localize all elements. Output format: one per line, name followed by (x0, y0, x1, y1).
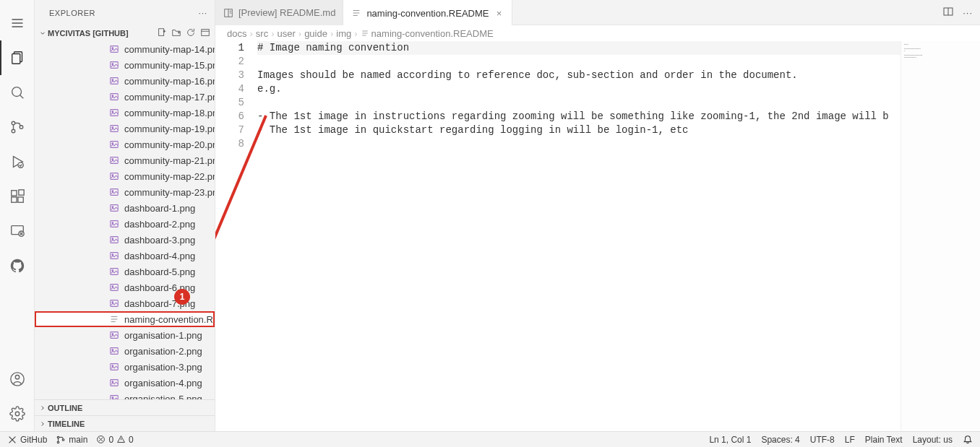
image-icon (108, 91, 120, 103)
file-name: organisation-5.png (124, 394, 202, 400)
run-debug-icon[interactable] (0, 144, 35, 179)
line-number: 6 (215, 110, 244, 123)
new-file-icon[interactable] (155, 27, 168, 39)
code-content[interactable]: # Image naming convention Images should … (257, 41, 901, 431)
status-layout[interactable]: Layout: us (913, 435, 953, 445)
status-branch[interactable]: main (56, 435, 87, 445)
image-icon (108, 298, 120, 309)
tab-preview-readme[interactable]: [Preview] README.md (215, 0, 343, 25)
breadcrumb-item[interactable]: guide (304, 28, 327, 39)
remote-icon[interactable] (0, 214, 35, 248)
file-item[interactable]: organisation-1.png (35, 327, 215, 343)
svg-point-93 (58, 436, 60, 438)
status-eol[interactable]: LF (845, 435, 855, 445)
svg-point-68 (112, 334, 113, 335)
close-icon[interactable]: × (493, 8, 504, 19)
svg-point-9 (20, 126, 23, 129)
file-item[interactable]: dashboard-2.png (35, 216, 215, 232)
svg-point-55 (112, 238, 113, 240)
extensions-icon[interactable] (0, 179, 35, 214)
file-name: organisation-2.png (124, 346, 202, 357)
search-icon[interactable] (0, 75, 35, 110)
file-item[interactable]: organisation-5.png (35, 391, 215, 399)
file-item[interactable]: dashboard-4.png (35, 248, 215, 264)
status-language[interactable]: Plain Text (865, 435, 903, 445)
code-line: # Image naming convention (257, 41, 901, 55)
settings-icon[interactable] (0, 396, 35, 431)
file-item[interactable]: dashboard-3.png (35, 232, 215, 248)
breadcrumb-item[interactable]: img (336, 28, 351, 39)
status-cursor[interactable]: Ln 1, Col 1 (709, 435, 751, 445)
svg-point-33 (112, 64, 113, 65)
outline-label: OUTLINE (48, 404, 82, 412)
explorer-icon[interactable] (0, 40, 35, 75)
file-item[interactable]: dashboard-6.png (35, 279, 215, 295)
image-icon (108, 186, 120, 198)
menu-icon[interactable] (0, 6, 35, 40)
breadcrumb-item[interactable]: user (278, 28, 296, 39)
outline-panel[interactable]: OUTLINE (35, 399, 215, 415)
source-control-icon[interactable] (0, 110, 35, 144)
more-actions-icon[interactable]: ··· (963, 7, 973, 18)
file-item[interactable]: organisation-4.png (35, 375, 215, 391)
breadcrumbs[interactable]: docs›src›user›guide›img›naming-conventio… (215, 25, 980, 41)
file-item[interactable]: organisation-3.png (35, 359, 215, 375)
file-item[interactable]: community-map-16.png (35, 73, 215, 89)
file-item[interactable]: community-map-19.png (35, 121, 215, 136)
project-header[interactable]: MYCIVITAS [GITHUB] (35, 25, 215, 41)
file-item[interactable]: dashboard-7.png (35, 295, 215, 311)
new-folder-icon[interactable] (170, 27, 183, 39)
timeline-label: TIMELINE (48, 420, 85, 428)
image-icon (108, 107, 120, 118)
svg-point-47 (112, 175, 113, 176)
file-item[interactable]: community-map-17.png (35, 89, 215, 105)
sidebar-header: EXPLORER ··· (35, 0, 215, 25)
file-name: community-map-20.png (124, 139, 215, 150)
image-icon (108, 377, 120, 389)
text-file-icon (351, 7, 362, 19)
line-number: 5 (215, 96, 244, 110)
file-item[interactable]: dashboard-5.png (35, 264, 215, 279)
file-item[interactable]: community-map-18.png (35, 105, 215, 121)
accounts-icon[interactable] (0, 362, 35, 396)
file-item[interactable]: community-map-20.png (35, 136, 215, 152)
file-item[interactable]: dashboard-1.png (35, 200, 215, 216)
refresh-icon[interactable] (184, 27, 197, 39)
file-item[interactable]: community-map-23.png (35, 184, 215, 200)
status-problems[interactable]: 0 0 (96, 435, 133, 445)
more-icon[interactable]: ··· (199, 9, 207, 17)
file-item[interactable]: community-map-15.png (35, 57, 215, 73)
file-item[interactable]: naming-convention.README (35, 311, 215, 327)
status-notifications-icon[interactable] (963, 435, 973, 445)
status-indentation[interactable]: Spaces: 4 (761, 435, 799, 445)
breadcrumb-item[interactable]: docs (227, 28, 246, 39)
file-item[interactable]: organisation-2.png (35, 343, 215, 359)
line-number: 2 (215, 55, 244, 69)
editor-body[interactable]: 12345678 # Image naming convention Image… (215, 41, 980, 431)
file-item[interactable]: community-map-22.png (35, 168, 215, 184)
timeline-panel[interactable]: TIMELINE (35, 415, 215, 431)
text-file-icon (108, 313, 120, 325)
svg-point-57 (112, 254, 113, 256)
svg-point-53 (112, 222, 113, 224)
collapse-icon[interactable] (199, 27, 212, 39)
file-item[interactable]: community-map-21.png (35, 152, 215, 168)
image-icon (108, 393, 120, 399)
github-activity-icon[interactable] (0, 248, 35, 283)
svg-point-37 (112, 95, 113, 97)
svg-point-72 (112, 365, 113, 367)
tab-naming-convention[interactable]: naming-convention.README × (343, 0, 512, 25)
file-tree[interactable]: community-map-14.pngcommunity-map-15.png… (35, 41, 215, 399)
image-icon (108, 266, 120, 277)
chevron-down-icon (38, 30, 48, 37)
breadcrumb-item[interactable]: src (256, 28, 268, 39)
status-encoding[interactable]: UTF-8 (810, 435, 835, 445)
file-name: dashboard-5.png (124, 266, 195, 277)
line-number: 1 (215, 41, 244, 55)
status-github[interactable]: GitHub (7, 435, 47, 445)
breadcrumb-item[interactable]: naming-convention.README (361, 28, 494, 39)
minimap[interactable]: ▂▂▂▂▂ ▂▂▂▂▂▂▂▂▂▂▂▂▂▂▂▂▂▂▂▂ ▂▂▂▂▂▂▂▂▂▂▂▂▂… (901, 41, 980, 431)
sidebar-title: EXPLORER (49, 9, 95, 17)
file-item[interactable]: community-map-14.png (35, 41, 215, 57)
split-editor-icon[interactable] (942, 6, 954, 19)
